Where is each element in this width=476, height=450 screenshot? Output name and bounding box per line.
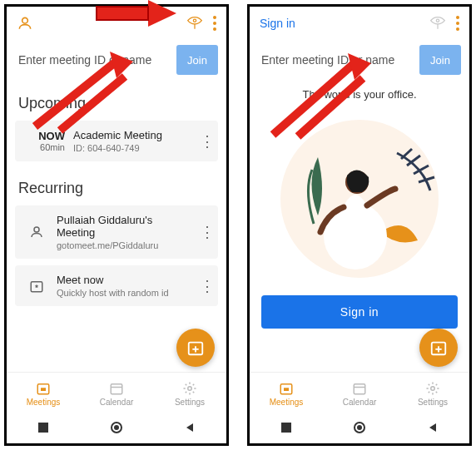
meetings-icon — [279, 381, 294, 396]
svg-point-0 — [22, 17, 28, 23]
search-row: Join — [250, 40, 469, 83]
tab-meetings-label: Meetings — [270, 398, 304, 407]
svg-point-15 — [188, 387, 192, 391]
tab-settings-label: Settings — [175, 398, 205, 407]
new-meeting-fab[interactable] — [419, 329, 458, 367]
svg-point-41 — [357, 425, 362, 430]
recurring-1-title: Pullaiah Giddaluru's Meeting — [57, 214, 191, 239]
recurring-1-sub: gotomeet.me/PGiddaluru — [57, 240, 191, 250]
tab-calendar[interactable]: Calendar — [80, 373, 153, 415]
meeting-id: ID: 604-640-749 — [73, 143, 191, 153]
tab-meetings[interactable]: Meetings — [7, 373, 80, 415]
upcoming-meeting-card[interactable]: NOW 60min Academic Meeting ID: 604-640-7… — [15, 121, 218, 161]
cast-icon[interactable] — [429, 15, 446, 32]
card-overflow-icon[interactable]: ⋮ — [200, 223, 213, 241]
tab-calendar[interactable]: Calendar — [323, 373, 396, 415]
calendar-icon — [352, 381, 367, 396]
android-nav — [250, 415, 469, 443]
cast-icon[interactable] — [186, 15, 203, 32]
svg-rect-12 — [41, 388, 46, 391]
tab-settings[interactable]: Settings — [153, 373, 226, 415]
svg-rect-16 — [38, 423, 48, 433]
person-icon — [25, 225, 48, 240]
meeting-title: Academic Meeting — [73, 129, 191, 141]
now-label: NOW — [25, 130, 65, 142]
search-row: Join — [7, 40, 226, 83]
recurring-card-1[interactable]: Pullaiah Giddaluru's Meeting gotomeet.me… — [15, 205, 218, 259]
overflow-menu-icon[interactable] — [456, 16, 459, 31]
recurring-card-2[interactable]: Meet now Quickly host with random id ⋮ — [15, 265, 218, 306]
nav-recent-icon[interactable] — [37, 422, 49, 437]
svg-point-19 — [436, 19, 439, 22]
join-button[interactable]: Join — [419, 45, 461, 75]
meeting-id-input[interactable] — [258, 45, 413, 75]
nav-back-icon[interactable] — [184, 422, 196, 437]
bottom-tabs: Meetings Calendar Settings — [250, 372, 469, 415]
recurring-2-sub: Quickly host with random id — [57, 288, 191, 298]
svg-point-23 — [456, 27, 459, 31]
tab-settings-label: Settings — [418, 398, 448, 407]
hero-illustration — [250, 107, 469, 282]
overflow-menu-icon[interactable] — [213, 16, 216, 31]
tab-meetings-label: Meetings — [27, 398, 61, 407]
join-button[interactable]: Join — [176, 45, 218, 75]
tab-meetings[interactable]: Meetings — [250, 373, 323, 415]
svg-point-38 — [431, 387, 435, 391]
gear-icon — [182, 381, 197, 396]
signin-link[interactable]: Sign in — [260, 17, 295, 30]
nav-back-icon[interactable] — [427, 422, 439, 437]
nav-home-icon[interactable] — [353, 421, 366, 438]
nav-recent-icon[interactable] — [280, 422, 292, 437]
calendar-icon — [109, 381, 124, 396]
svg-point-6 — [34, 227, 39, 232]
svg-point-3 — [213, 16, 216, 19]
new-meeting-fab[interactable] — [176, 329, 215, 367]
phone-left: Join Upcoming NOW 60min Academic Meeting… — [4, 4, 229, 446]
meeting-id-input[interactable] — [15, 45, 170, 75]
svg-rect-13 — [111, 384, 122, 394]
topbar — [7, 7, 226, 40]
svg-point-21 — [456, 16, 459, 19]
card-overflow-icon[interactable]: ⋮ — [200, 277, 213, 295]
svg-point-1 — [193, 19, 196, 22]
tab-calendar-label: Calendar — [343, 398, 377, 407]
svg-rect-36 — [354, 384, 365, 394]
topbar: Sign in — [250, 7, 469, 40]
duration-label: 60min — [25, 142, 65, 152]
svg-point-22 — [456, 22, 459, 25]
nav-home-icon[interactable] — [110, 421, 123, 438]
tab-settings[interactable]: Settings — [396, 373, 469, 415]
recurring-heading: Recurring — [7, 168, 226, 205]
signin-button[interactable]: Sign in — [261, 295, 458, 329]
svg-rect-39 — [281, 423, 291, 433]
calendar-star-icon — [25, 279, 48, 294]
phone-right: Sign in Join The world is your office. — [247, 4, 472, 446]
android-nav — [7, 415, 226, 443]
bottom-tabs: Meetings Calendar Settings — [7, 372, 226, 415]
card-overflow-icon[interactable]: ⋮ — [200, 132, 213, 151]
profile-icon[interactable] — [17, 15, 33, 32]
svg-rect-35 — [284, 388, 289, 391]
hero-text: The world is your office. — [250, 88, 469, 101]
meetings-icon — [36, 381, 51, 396]
gear-icon — [425, 381, 440, 396]
svg-point-4 — [213, 22, 216, 25]
svg-point-18 — [114, 425, 119, 430]
svg-point-5 — [213, 27, 216, 31]
upcoming-heading: Upcoming — [7, 83, 226, 121]
tab-calendar-label: Calendar — [100, 398, 134, 407]
recurring-2-title: Meet now — [57, 274, 191, 286]
